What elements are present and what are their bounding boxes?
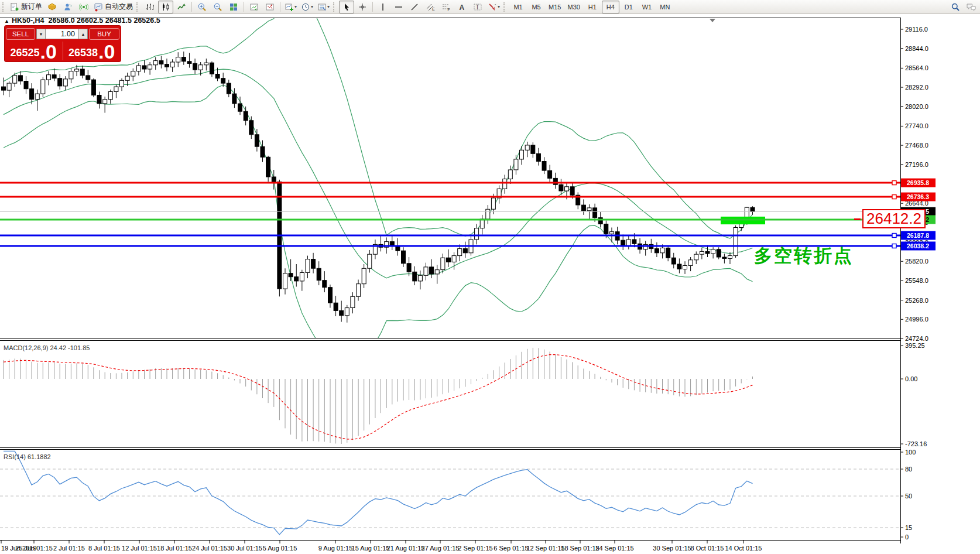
fibonacci-tool[interactable]: F [438, 1, 454, 13]
svg-text:2 Sep 01:15: 2 Sep 01:15 [458, 545, 492, 552]
svg-text:26187.8: 26187.8 [907, 232, 929, 239]
svg-text:24996.0: 24996.0 [905, 316, 928, 323]
candlesticks [2, 52, 755, 323]
volume-stepper: ▼ 1.00 ▲ [36, 29, 88, 39]
add-indicator-button[interactable]: ▾ [283, 1, 299, 13]
label-pointer-dash [854, 218, 861, 220]
svg-text:0.00: 0.00 [905, 375, 917, 382]
crosshair-icon [358, 2, 367, 12]
tf-h4-button[interactable]: H4 [602, 1, 619, 13]
volume-field[interactable]: 1.00 [46, 29, 78, 39]
market-watch-button[interactable] [44, 1, 60, 13]
rsi-axis[interactable]: 1008050150 [900, 449, 916, 541]
chart-collapse-icon[interactable]: ▲ [4, 18, 9, 24]
rsi-line [4, 451, 753, 534]
autotrade-label: 自动交易 [105, 2, 133, 12]
zoom-out-button[interactable] [210, 1, 225, 13]
chart-window-up-icon [249, 2, 259, 12]
chart-shift-marker[interactable] [710, 19, 715, 22]
svg-text:12 Jul 01:15: 12 Jul 01:15 [122, 545, 157, 552]
add-indicator-icon [285, 2, 294, 12]
buy-price-button[interactable]: 26538 .0 [63, 40, 121, 61]
svg-text:27740.0: 27740.0 [905, 122, 928, 129]
toolbar-separator [191, 2, 192, 12]
macd-axis[interactable]: 395.250.00-723.16 [900, 342, 927, 447]
svg-text:27 Aug 01:15: 27 Aug 01:15 [422, 545, 460, 552]
bar-chart-icon [145, 2, 155, 12]
new-order-icon [10, 2, 19, 12]
dropdown-caret-icon: ▾ [498, 4, 500, 9]
tf-m15-button[interactable]: M15 [546, 1, 564, 13]
svg-text:26736.3: 26736.3 [907, 193, 929, 200]
autotrade-button[interactable]: 自动交易 [92, 1, 135, 13]
svg-text:T: T [476, 4, 479, 10]
horizontal-line-icon [394, 2, 403, 12]
rsi-indicator-label: RSI(14) 61.1882 [4, 453, 51, 460]
template-button[interactable]: ▾ [316, 1, 331, 13]
horizontal-line-tool[interactable] [391, 1, 406, 13]
svg-text:24 Sep 01:15: 24 Sep 01:15 [595, 545, 633, 552]
one-click-trading-panel: SELL ▼ 1.00 ▲ BUY 26525 .0 26538 .0 [5, 26, 121, 61]
fibonacci-icon: F [441, 2, 451, 12]
svg-text:25548.0: 25548.0 [905, 277, 928, 284]
horizontal-lines[interactable] [0, 181, 900, 248]
chart-area[interactable]: 29116.028844.028564.028292.028020.027740… [0, 14, 980, 554]
arrows-tool[interactable]: ▾ [486, 1, 502, 13]
zoom-in-button[interactable] [194, 1, 210, 13]
candlestick-chart-button[interactable] [158, 1, 173, 13]
main-toolbar: 新订单 自动交易 [0, 0, 980, 14]
volume-up-button[interactable]: ▲ [78, 29, 88, 39]
period-clock-button[interactable]: ▾ [299, 1, 315, 13]
text-label-tool[interactable]: T [470, 1, 485, 13]
volume-down-button[interactable]: ▼ [36, 29, 46, 39]
toolbar-separator [280, 2, 280, 12]
svg-text:25268.0: 25268.0 [905, 297, 928, 304]
profile-icon [63, 2, 73, 12]
macd-histogram [4, 348, 753, 444]
vertical-line-tool[interactable] [375, 1, 390, 13]
tf-m5-button[interactable]: M5 [527, 1, 545, 13]
text-label-icon: T [473, 2, 482, 12]
crosshair-tool-button[interactable] [355, 1, 370, 13]
time-axis[interactable]: 19 Jun 201925 Jun 01:152 Jul 01:158 Jul … [1, 540, 762, 552]
tf-h1-button[interactable]: H1 [584, 1, 601, 13]
accounts-button[interactable] [60, 1, 76, 13]
price-chart-svg[interactable]: 29116.028844.028564.028292.028020.027740… [0, 14, 980, 554]
signals-button[interactable] [76, 1, 91, 13]
new-order-button[interactable]: 新订单 [8, 1, 44, 13]
sell-price-main: 26525 [11, 45, 40, 60]
zoom-in-icon [197, 2, 207, 12]
sell-price-button[interactable]: 26525 .0 [5, 40, 63, 61]
chat-button[interactable] [964, 1, 979, 13]
svg-text:5 Aug 01:15: 5 Aug 01:15 [263, 545, 297, 552]
channel-tool[interactable]: E [423, 1, 438, 13]
vertical-line-icon [378, 2, 388, 12]
tile-windows-button[interactable] [226, 1, 241, 13]
svg-text:14 Oct 01:15: 14 Oct 01:15 [725, 545, 762, 552]
indicator-window-button[interactable] [262, 1, 277, 13]
trendline-tool[interactable] [407, 1, 422, 13]
chart-symbol-period: HK50-,H4 [12, 16, 44, 25]
search-button[interactable] [948, 1, 963, 13]
toolbar-grip [2, 2, 6, 12]
key-level-price-label[interactable]: 26412.2 [862, 209, 926, 228]
sell-button[interactable]: SELL [6, 28, 35, 40]
pivot-note-text[interactable]: 多空转折点 [754, 244, 854, 268]
tf-d1-button[interactable]: D1 [620, 1, 638, 13]
cursor-tool-button[interactable] [339, 1, 354, 13]
tf-m30-button[interactable]: M30 [564, 1, 582, 13]
data-window-button[interactable] [246, 1, 262, 13]
svg-text:24724.0: 24724.0 [905, 335, 928, 342]
bar-chart-button[interactable] [142, 1, 157, 13]
svg-text:A: A [460, 3, 465, 11]
tf-m1-button[interactable]: M1 [509, 1, 527, 13]
tf-w1-button[interactable]: W1 [638, 1, 656, 13]
svg-text:30 Jul 01:15: 30 Jul 01:15 [227, 545, 262, 552]
svg-text:2 Jul 01:15: 2 Jul 01:15 [53, 545, 85, 552]
signal-icon [79, 2, 88, 12]
svg-text:28564.0: 28564.0 [905, 64, 928, 71]
line-chart-button[interactable] [174, 1, 189, 13]
tf-mn-button[interactable]: MN [656, 1, 674, 13]
text-tool[interactable]: A [454, 1, 470, 13]
buy-button[interactable]: BUY [89, 28, 119, 40]
